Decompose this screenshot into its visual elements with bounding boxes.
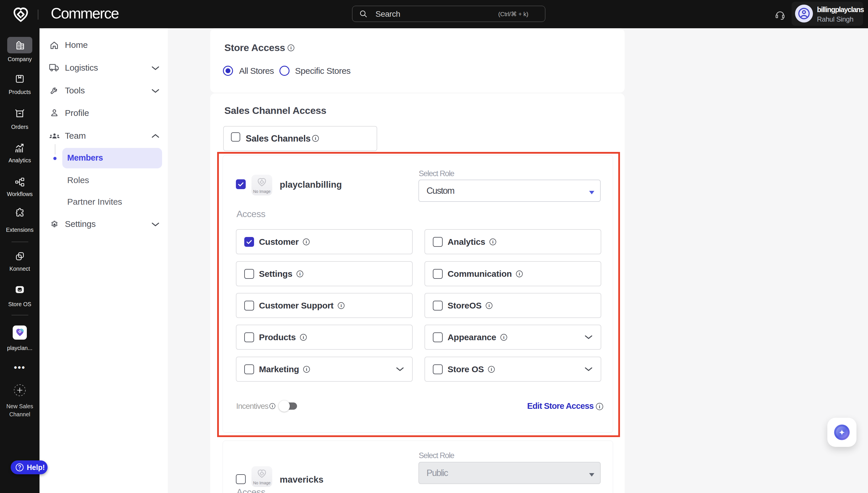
svg-text:i: i — [315, 136, 316, 141]
svg-text:i: i — [290, 45, 292, 50]
